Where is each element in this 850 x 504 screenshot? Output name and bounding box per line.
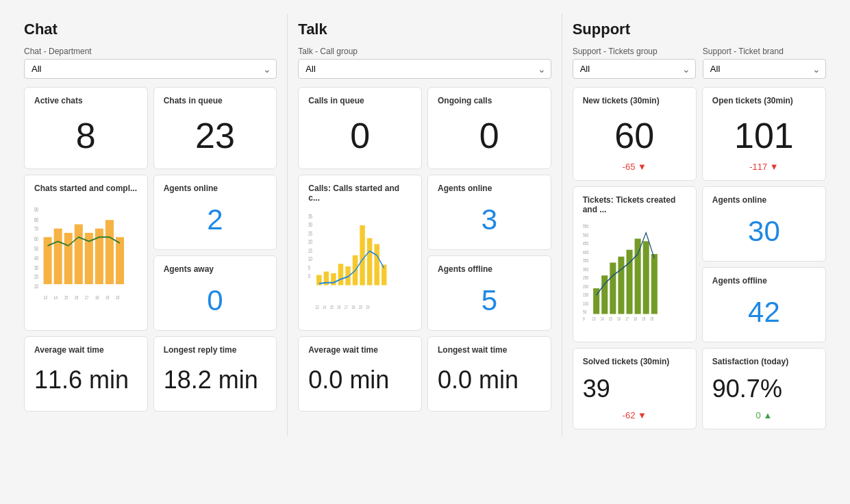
support-agents-offline-title: Agents offline: [712, 276, 816, 286]
support-brand-select-wrapper[interactable]: All: [703, 59, 826, 79]
svg-rect-65: [610, 263, 616, 314]
support-group-select-wrapper[interactable]: All: [573, 59, 696, 79]
chats-queue-value: 23: [164, 111, 267, 160]
active-chats-card: Active chats 8: [24, 87, 148, 169]
svg-text:14: 14: [54, 294, 58, 300]
svg-text:300: 300: [583, 266, 588, 272]
svg-text:17: 17: [345, 304, 348, 310]
talk-callgroup-select-wrapper[interactable]: All: [298, 59, 551, 79]
talk-callgroup-select[interactable]: All: [298, 59, 551, 79]
ongoing-calls-value: 0: [438, 111, 541, 160]
talk-agents-online-card: Agents online 3: [427, 175, 551, 250]
chats-chart-title: Chats started and compl...: [34, 184, 138, 193]
chat-dept-label: Chat - Department: [24, 47, 277, 56]
svg-text:16: 16: [75, 294, 79, 300]
support-agents-online-value: 30: [712, 210, 816, 253]
svg-rect-11: [64, 233, 73, 284]
svg-rect-39: [360, 225, 366, 286]
talk-top-cards: Calls in queue 0 Ongoing calls 0: [298, 87, 551, 169]
support-brand-label: Support - Ticket brand: [703, 47, 826, 56]
talk-longest-wait-title: Longest wait time: [438, 345, 541, 355]
svg-text:20: 20: [366, 304, 370, 310]
open-tickets-delta: -117 ▼: [712, 162, 816, 172]
svg-text:250: 250: [583, 275, 588, 280]
support-brand-select[interactable]: All: [703, 59, 826, 79]
talk-avg-wait-card: Average wait time 0.0 min: [298, 336, 422, 412]
svg-text:18: 18: [352, 304, 355, 310]
svg-text:15: 15: [64, 294, 68, 300]
svg-rect-67: [626, 250, 632, 314]
ongoing-calls-card: Ongoing calls 0: [427, 87, 551, 169]
svg-rect-10: [54, 229, 62, 284]
talk-title: Talk: [298, 21, 551, 38]
svg-text:90: 90: [34, 205, 38, 213]
open-tickets-value: 101: [712, 111, 816, 160]
svg-rect-12: [75, 225, 83, 285]
open-tickets-title: Open tickets (30min): [712, 96, 816, 105]
support-group-label: Support - Tickets group: [573, 47, 696, 56]
svg-text:80: 80: [34, 216, 38, 223]
svg-text:13: 13: [592, 316, 595, 321]
solved-tickets-card: Solved tickets (30min) 39 -62 ▼: [573, 348, 697, 429]
svg-text:70: 70: [34, 225, 38, 233]
svg-text:50: 50: [34, 245, 38, 253]
svg-text:10: 10: [308, 255, 312, 263]
tickets-chart-card: Tickets: Tickets created and ... 550 500…: [573, 186, 697, 342]
svg-text:35: 35: [308, 213, 312, 220]
svg-text:17: 17: [625, 316, 629, 321]
chats-queue-card: Chats in queue 23: [153, 87, 277, 169]
tickets-chart-title: Tickets: Tickets created and ...: [583, 195, 686, 214]
chats-queue-title: Chats in queue: [164, 96, 267, 105]
calls-chart-container: 35 30 25 20 15 10 5 0: [308, 208, 412, 311]
satisfaction-value: 90.7%: [712, 369, 816, 409]
svg-text:100: 100: [583, 301, 588, 306]
support-bottom-metrics: Solved tickets (30min) 39 -62 ▼ Satisfac…: [573, 348, 826, 429]
chats-chart-card: Chats started and compl... 90 80 70 60 5…: [24, 175, 148, 331]
chat-avg-wait-card: Average wait time 11.6 min: [24, 336, 148, 412]
active-chats-value: 8: [34, 111, 138, 160]
calls-queue-card: Calls in queue 0: [298, 87, 422, 169]
chat-section: Chat Chat - Department All Active chats …: [14, 14, 288, 436]
talk-avg-wait-value: 0.0 min: [308, 357, 412, 403]
talk-agents-online-value: 3: [438, 199, 541, 241]
svg-text:18: 18: [634, 316, 637, 321]
svg-rect-68: [634, 239, 640, 314]
chat-agents-online-value: 2: [164, 199, 267, 241]
talk-mid-row: Calls: Calls started and c... 35 30 25 2…: [298, 175, 551, 331]
active-chats-title: Active chats: [34, 96, 138, 105]
chat-agents-away-title: Agents away: [164, 264, 267, 274]
chat-dept-select-wrapper[interactable]: All: [24, 59, 277, 79]
svg-text:60: 60: [34, 236, 38, 243]
svg-rect-70: [651, 254, 657, 314]
tickets-chart-container: 550 500 450 400 350 300 250 200 150 100 …: [583, 220, 686, 323]
support-mid-row: Tickets: Tickets created and ... 550 500…: [573, 186, 826, 342]
calls-chart-title: Calls: Calls started and c...: [308, 184, 412, 203]
svg-rect-66: [618, 257, 624, 314]
talk-agents-offline-title: Agents offline: [438, 264, 541, 274]
support-top-cards: New tickets (30min) 60 -65 ▼ Open ticket…: [573, 87, 826, 181]
support-agents-offline-card: Agents offline 42: [702, 267, 826, 342]
chats-chart-container: 90 80 70 60 50 40 30 20 10: [34, 199, 138, 301]
new-tickets-delta: -65 ▼: [583, 162, 686, 172]
svg-text:20: 20: [34, 273, 38, 281]
support-brand-filter: Support - Ticket brand All: [703, 47, 826, 79]
svg-text:40: 40: [34, 255, 38, 262]
talk-agents-offline-card: Agents offline 5: [427, 255, 551, 331]
tickets-chart-svg: 550 500 450 400 350 300 250 200 150 100 …: [583, 220, 686, 323]
svg-text:16: 16: [338, 304, 341, 310]
calls-chart-svg: 35 30 25 20 15 10 5 0: [308, 208, 412, 311]
svg-text:15: 15: [330, 304, 334, 310]
svg-text:150: 150: [583, 292, 588, 297]
calls-queue-title: Calls in queue: [308, 96, 412, 105]
talk-agents-offline-value: 5: [438, 279, 541, 322]
chat-agents-away-value: 0: [164, 279, 267, 322]
support-group-select[interactable]: All: [573, 59, 696, 79]
svg-text:50: 50: [583, 309, 587, 314]
svg-text:20: 20: [650, 316, 653, 321]
chat-dept-select[interactable]: All: [24, 59, 277, 79]
chat-agents-online-card: Agents online 2: [153, 175, 277, 250]
solved-tickets-delta: -62 ▼: [583, 410, 686, 420]
support-title: Support: [573, 21, 826, 38]
svg-text:19: 19: [642, 316, 645, 321]
new-tickets-title: New tickets (30min): [583, 96, 686, 105]
